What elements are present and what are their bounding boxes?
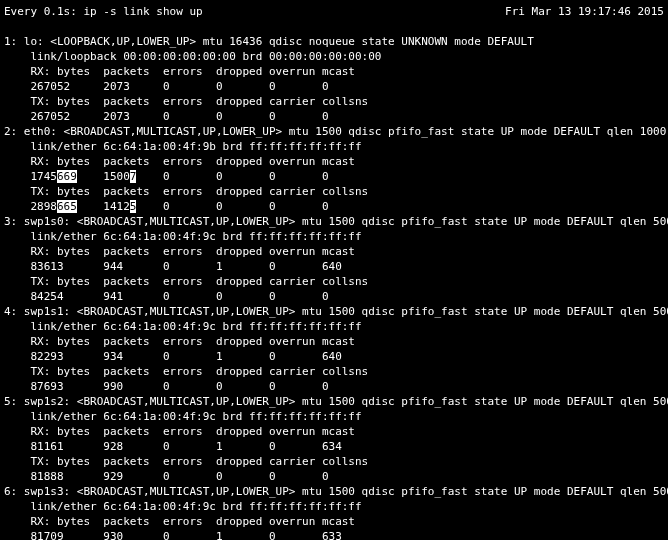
iface-block-5: 5: swp1s2: <BROADCAST,MULTICAST,UP,LOWER… bbox=[4, 394, 664, 484]
changed-digits: 7 bbox=[130, 170, 137, 183]
tx-header: TX: bytes packets errors dropped carrier… bbox=[4, 364, 664, 379]
iface-title: 2: eth0: <BROADCAST,MULTICAST,UP,LOWER_U… bbox=[4, 124, 664, 139]
iface-link: link/ether 6c:64:1a:00:4f:9c brd ff:ff:f… bbox=[4, 319, 664, 334]
rx-values: 1745669 15007 0 0 0 0 bbox=[4, 169, 664, 184]
terminal-output: 1: lo: <LOOPBACK,UP,LOWER_UP> mtu 16436 … bbox=[4, 34, 664, 540]
iface-block-1: 1: lo: <LOOPBACK,UP,LOWER_UP> mtu 16436 … bbox=[4, 34, 664, 124]
tx-header: TX: bytes packets errors dropped carrier… bbox=[4, 184, 664, 199]
iface-title: 1: lo: <LOOPBACK,UP,LOWER_UP> mtu 16436 … bbox=[4, 34, 664, 49]
tx-values: 267052 2073 0 0 0 0 bbox=[4, 109, 664, 124]
iface-block-6: 6: swp1s3: <BROADCAST,MULTICAST,UP,LOWER… bbox=[4, 484, 664, 540]
iface-link: link/ether 6c:64:1a:00:4f:9b brd ff:ff:f… bbox=[4, 139, 664, 154]
rx-header: RX: bytes packets errors dropped overrun… bbox=[4, 334, 664, 349]
iface-block-4: 4: swp1s1: <BROADCAST,MULTICAST,UP,LOWER… bbox=[4, 304, 664, 394]
rx-header: RX: bytes packets errors dropped overrun… bbox=[4, 424, 664, 439]
iface-title: 3: swp1s0: <BROADCAST,MULTICAST,UP,LOWER… bbox=[4, 214, 664, 229]
watch-command: Every 0.1s: ip -s link show up bbox=[4, 4, 203, 19]
rx-values: 83613 944 0 1 0 640 bbox=[4, 259, 664, 274]
changed-digits: 669 bbox=[57, 170, 77, 183]
rx-header: RX: bytes packets errors dropped overrun… bbox=[4, 154, 664, 169]
tx-values: 84254 941 0 0 0 0 bbox=[4, 289, 664, 304]
changed-digits: 665 bbox=[57, 200, 77, 213]
terminal-header: Every 0.1s: ip -s link show up Fri Mar 1… bbox=[4, 4, 664, 19]
iface-link: link/ether 6c:64:1a:00:4f:9c brd ff:ff:f… bbox=[4, 409, 664, 424]
tx-values: 81888 929 0 0 0 0 bbox=[4, 469, 664, 484]
iface-title: 6: swp1s3: <BROADCAST,MULTICAST,UP,LOWER… bbox=[4, 484, 664, 499]
rx-values: 81161 928 0 1 0 634 bbox=[4, 439, 664, 454]
iface-block-3: 3: swp1s0: <BROADCAST,MULTICAST,UP,LOWER… bbox=[4, 214, 664, 304]
tx-header: TX: bytes packets errors dropped carrier… bbox=[4, 94, 664, 109]
iface-title: 4: swp1s1: <BROADCAST,MULTICAST,UP,LOWER… bbox=[4, 304, 664, 319]
tx-header: TX: bytes packets errors dropped carrier… bbox=[4, 274, 664, 289]
rx-header: RX: bytes packets errors dropped overrun… bbox=[4, 514, 664, 529]
tx-values: 2898665 14125 0 0 0 0 bbox=[4, 199, 664, 214]
timestamp: Fri Mar 13 19:17:46 2015 bbox=[505, 4, 664, 19]
rx-values: 82293 934 0 1 0 640 bbox=[4, 349, 664, 364]
iface-link: link/ether 6c:64:1a:00:4f:9c brd ff:ff:f… bbox=[4, 499, 664, 514]
iface-link: link/loopback 00:00:00:00:00:00 brd 00:0… bbox=[4, 49, 664, 64]
iface-link: link/ether 6c:64:1a:00:4f:9c brd ff:ff:f… bbox=[4, 229, 664, 244]
rx-values: 81709 930 0 1 0 633 bbox=[4, 529, 664, 540]
iface-block-2: 2: eth0: <BROADCAST,MULTICAST,UP,LOWER_U… bbox=[4, 124, 664, 214]
rx-values: 267052 2073 0 0 0 0 bbox=[4, 79, 664, 94]
rx-header: RX: bytes packets errors dropped overrun… bbox=[4, 244, 664, 259]
changed-digits: 5 bbox=[130, 200, 137, 213]
tx-header: TX: bytes packets errors dropped carrier… bbox=[4, 454, 664, 469]
iface-title: 5: swp1s2: <BROADCAST,MULTICAST,UP,LOWER… bbox=[4, 394, 664, 409]
rx-header: RX: bytes packets errors dropped overrun… bbox=[4, 64, 664, 79]
tx-values: 87693 990 0 0 0 0 bbox=[4, 379, 664, 394]
